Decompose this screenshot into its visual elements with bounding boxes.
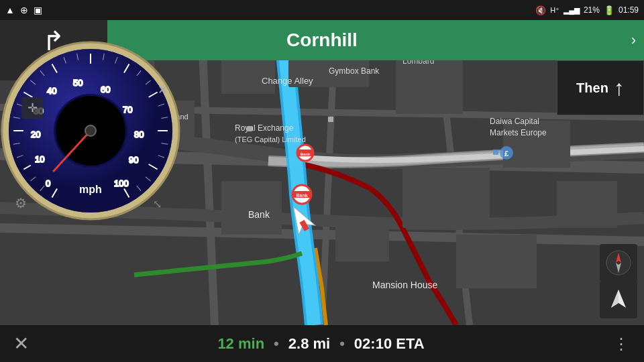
next-chevron-icon[interactable]: ›	[631, 32, 636, 49]
more-options-button[interactable]: ⋮	[613, 335, 631, 353]
svg-text:Royal Exchange: Royal Exchange	[235, 123, 294, 133]
location-icon: ⊕	[20, 5, 28, 15]
separator-1: •	[274, 335, 279, 353]
svg-text:70: 70	[123, 105, 132, 115]
svg-text:Bank: Bank	[296, 193, 307, 198]
status-bar: ▲ ⊕ ▣ 🔇 H⁺ ▂▄▆ 21% 🔋 01:59	[0, 0, 644, 20]
svg-text:✛: ✛	[28, 101, 38, 115]
svg-text:80: 80	[134, 129, 144, 139]
svg-text:£: £	[504, 149, 508, 158]
svg-text:Daiwa Capital: Daiwa Capital	[490, 117, 539, 126]
arrival-eta: 02:10 ETA	[354, 335, 425, 353]
svg-text:10: 10	[35, 154, 44, 164]
svg-text:90: 90	[129, 155, 138, 165]
svg-text:Gymbox Bank: Gymbox Bank	[329, 66, 380, 76]
status-left-icons: ▲ ⊕ ▣	[5, 5, 42, 15]
svg-text:50: 50	[73, 78, 83, 88]
then-arrow-icon: ↑	[614, 76, 625, 101]
svg-text:(TEG Capital) Limited: (TEG Capital) Limited	[235, 135, 306, 143]
time-display: 01:59	[619, 5, 639, 15]
svg-text:⤡: ⤡	[153, 198, 162, 210]
compass-button[interactable]	[600, 244, 637, 282]
signal-icon: ▂▄▆	[564, 6, 580, 15]
svg-text:Bank: Bank	[301, 152, 311, 156]
svg-rect-37	[328, 117, 333, 122]
svg-text:✕: ✕	[158, 83, 168, 97]
svg-rect-13	[335, 221, 389, 261]
svg-rect-11	[402, 168, 490, 228]
mute-icon: 🔇	[535, 5, 546, 15]
svg-rect-38	[493, 149, 498, 155]
svg-text:40: 40	[47, 86, 56, 96]
svg-text:⚙: ⚙	[15, 196, 27, 210]
route-info: 12 min • 2.8 mi • 02:10 ETA	[217, 335, 424, 353]
navigation-arrow-icon: ▲	[5, 5, 15, 15]
battery-percent: 21%	[584, 5, 600, 15]
bottom-bar: ✕ 12 min • 2.8 mi • 02:10 ETA ⋮	[0, 325, 644, 362]
then-label: Then	[576, 80, 608, 96]
svg-text:Change Alley: Change Alley	[262, 76, 313, 86]
status-right-info: 🔇 H⁺ ▂▄▆ 21% 🔋 01:59	[535, 5, 639, 15]
svg-text:Bank: Bank	[248, 209, 270, 220]
data-icon: H⁺	[550, 6, 559, 15]
svg-point-87	[85, 125, 96, 136]
eta-time: 12 min	[217, 335, 264, 353]
svg-rect-9	[396, 60, 463, 114]
street-name: Cornhill	[286, 29, 358, 51]
svg-text:0: 0	[46, 178, 50, 188]
svg-text:mph: mph	[79, 184, 102, 195]
route-distance: 2.8 mi	[288, 335, 330, 353]
navigate-button[interactable]	[600, 281, 637, 318]
svg-text:Markets Europe: Markets Europe	[490, 128, 547, 137]
then-panel: Then ↑	[557, 60, 644, 115]
svg-rect-16	[456, 235, 537, 288]
svg-rect-36	[247, 126, 252, 131]
svg-rect-17	[557, 181, 617, 228]
speedometer: 0 10 20 30 40 50 60 70 80	[0, 40, 181, 221]
svg-text:20: 20	[31, 129, 40, 139]
separator-2: •	[339, 335, 345, 353]
close-button[interactable]: ✕	[13, 333, 29, 355]
gallery-icon: ▣	[34, 5, 42, 15]
svg-text:60: 60	[101, 84, 110, 95]
svg-text:100: 100	[114, 178, 129, 188]
svg-rect-10	[221, 181, 282, 235]
battery-icon: 🔋	[604, 5, 614, 15]
svg-text:Mansion House: Mansion House	[372, 280, 437, 290]
